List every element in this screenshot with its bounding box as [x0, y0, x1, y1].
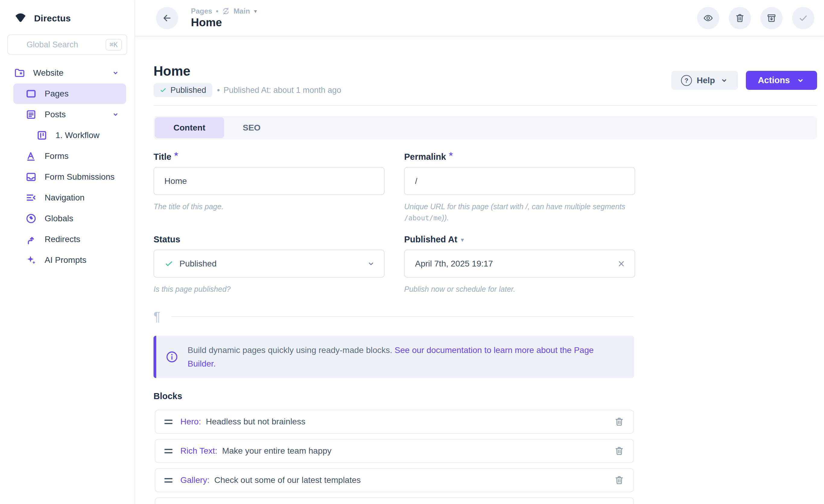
- search-shortcut-badge: ⌘K: [106, 39, 122, 51]
- breadcrumb-version[interactable]: Main: [233, 7, 250, 15]
- sidebar-item-label: Redirects: [44, 235, 80, 244]
- field-title: Title ★ The title of this page.: [153, 152, 385, 224]
- block-type-label[interactable]: Gallery:: [180, 475, 209, 485]
- sidebar: Directus ⌘K Website Pages: [0, 0, 135, 504]
- banner-text: Build dynamic pages quickly using ready-…: [188, 343, 622, 370]
- trash-icon: [614, 446, 624, 456]
- sidebar-item-ai-prompts[interactable]: AI Prompts: [13, 250, 126, 270]
- version-caret-icon[interactable]: ▾: [254, 8, 257, 14]
- tab-seo[interactable]: SEO: [224, 117, 279, 138]
- inbox-icon: [25, 171, 37, 183]
- block-title: Check out some of our latest templates: [214, 475, 361, 485]
- drag-handle-icon[interactable]: [165, 478, 173, 483]
- back-button[interactable]: [156, 7, 178, 29]
- remove-block-button[interactable]: [614, 416, 624, 427]
- sidebar-item-globals[interactable]: Globals: [13, 208, 126, 229]
- sidebar-item-website[interactable]: Website: [13, 63, 126, 83]
- pilcrow-icon: ¶: [153, 310, 161, 323]
- chevron-down-icon[interactable]: [111, 110, 120, 119]
- field-label: Permalink ★: [404, 152, 635, 162]
- search-input[interactable]: [26, 40, 106, 49]
- list-collapse-icon: [25, 192, 37, 204]
- block-type-label[interactable]: Hero:: [180, 417, 201, 426]
- save-button[interactable]: [792, 7, 814, 29]
- title-input[interactable]: [153, 167, 385, 195]
- global-search[interactable]: ⌘K: [7, 34, 127, 55]
- breadcrumb[interactable]: Pages • Main ▾: [191, 7, 257, 15]
- sidebar-item-redirects[interactable]: Redirects: [13, 229, 126, 250]
- info-banner: Build dynamic pages quickly using ready-…: [153, 336, 634, 378]
- help-circle-icon: ?: [681, 75, 692, 86]
- actions-button[interactable]: Actions: [746, 71, 817, 90]
- status-select[interactable]: Published: [153, 250, 385, 278]
- block-row-gallery[interactable]: Gallery: Check out some of our latest te…: [155, 468, 634, 492]
- label-caret-icon[interactable]: ▾: [461, 236, 464, 243]
- chevron-down-icon[interactable]: [367, 259, 376, 268]
- sidebar-item-label: Pages: [44, 89, 69, 99]
- sidebar-item-pages[interactable]: Pages: [13, 84, 126, 104]
- sidebar-item-workflow[interactable]: 1. Workflow: [13, 125, 126, 146]
- published-at-input[interactable]: April 7th, 2025 19:17: [404, 250, 635, 278]
- clear-x-icon[interactable]: [616, 259, 626, 269]
- status-value: Published: [180, 259, 217, 269]
- sidebar-item-posts[interactable]: Posts: [13, 104, 126, 125]
- tab-content[interactable]: Content: [155, 117, 224, 138]
- sidebar-item-navigation[interactable]: Navigation: [13, 187, 126, 208]
- page-title: Home: [153, 64, 341, 79]
- archive-button[interactable]: [760, 7, 783, 29]
- status-badge-label: Published: [171, 86, 206, 95]
- sidebar-item-label: Globals: [44, 214, 73, 223]
- topbar-title: Home: [191, 16, 257, 29]
- arrow-left-icon: [162, 13, 172, 23]
- chevron-down-icon[interactable]: [111, 69, 120, 78]
- sidebar-nav: Website Pages Posts: [0, 63, 134, 270]
- required-star-icon: ★: [448, 151, 453, 157]
- status-badge: Published: [153, 83, 212, 97]
- block-row-hero[interactable]: Hero: Headless but not brainless: [155, 410, 634, 434]
- delete-button[interactable]: [729, 7, 751, 29]
- drag-handle-icon[interactable]: [165, 419, 173, 424]
- sidebar-item-label: 1. Workflow: [56, 131, 100, 140]
- globe-icon: [25, 213, 37, 224]
- section-divider: [153, 105, 817, 106]
- field-label: Title ★: [153, 152, 385, 162]
- redirect-arrow-icon: [25, 234, 37, 245]
- breadcrumb-collection[interactable]: Pages: [191, 7, 212, 15]
- trash-icon: [614, 475, 624, 485]
- remove-block-button[interactable]: [614, 446, 624, 456]
- trash-icon: [735, 13, 745, 23]
- meta-row: Published • Published At: about 1 month …: [153, 83, 341, 97]
- sidebar-item-form-submissions[interactable]: Form Submissions: [13, 167, 126, 187]
- block-title: Make your entire team happy: [222, 446, 331, 456]
- blocks-heading: Blocks: [153, 391, 817, 401]
- sparkles-icon: [25, 254, 37, 266]
- info-icon: [156, 351, 188, 363]
- meta-text: Published At: about 1 month ago: [223, 86, 341, 95]
- field-label: Status: [153, 235, 385, 244]
- browser-icon: [25, 88, 37, 100]
- main-content: Home Published • Published At: about 1 m…: [135, 36, 824, 504]
- field-published-at: Published At ▾ April 7th, 2025 19:17 Pub…: [404, 235, 635, 295]
- field-hint: Unique URL for this page (start with /, …: [404, 201, 635, 224]
- preview-button[interactable]: [697, 7, 719, 29]
- published-at-value: April 7th, 2025 19:17: [415, 259, 493, 269]
- block-row-pricing[interactable]: Pricing: Plans to fit every budget: [155, 497, 634, 504]
- blocks-list: Hero: Headless but not brainless Rich Te…: [155, 410, 634, 504]
- permalink-input[interactable]: [404, 167, 635, 195]
- sidebar-item-label: Posts: [44, 110, 66, 119]
- block-type-label[interactable]: Rich Text:: [180, 446, 217, 456]
- help-button[interactable]: ? Help: [672, 71, 738, 90]
- remove-block-button[interactable]: [614, 475, 624, 485]
- sidebar-item-forms[interactable]: Forms: [13, 146, 126, 166]
- brand: Directus: [0, 0, 134, 25]
- version-sync-icon: [222, 7, 230, 15]
- block-row-rich-text[interactable]: Rich Text: Make your entire team happy: [155, 439, 634, 463]
- check-icon: [160, 87, 167, 94]
- field-hint: Publish now or schedule for later.: [404, 284, 635, 295]
- block-title: Headless but not brainless: [206, 417, 305, 426]
- sidebar-item-label: Navigation: [44, 193, 85, 203]
- drag-handle-icon[interactable]: [165, 449, 173, 453]
- article-icon: [25, 109, 37, 120]
- breadcrumb-separator: •: [216, 7, 218, 15]
- help-button-label: Help: [697, 76, 715, 85]
